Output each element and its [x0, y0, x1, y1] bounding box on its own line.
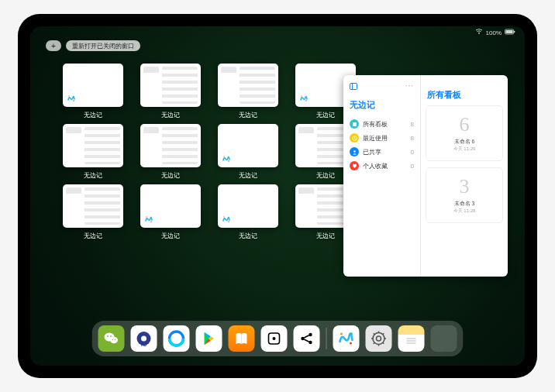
window-tile[interactable]: 无边记: [218, 184, 278, 240]
dock-app-library[interactable]: [431, 325, 457, 352]
battery-icon: [505, 29, 515, 36]
svg-point-12: [68, 156, 70, 157]
freeform-app-icon: [143, 153, 154, 164]
svg-point-15: [150, 160, 152, 162]
window-tile[interactable]: 无边记: [218, 64, 278, 119]
window-tile-label: 无边记: [316, 232, 335, 240]
boards-title: 所有看板: [427, 89, 503, 101]
sidebar-item-count: 0: [411, 149, 414, 156]
window-tile-label: 无边记: [161, 232, 180, 240]
svg-point-11: [305, 100, 307, 101]
device-screen: 100% + 重新打开已关闭的窗口 无边记无边记无边记无边记无边记无边记无边记无…: [30, 26, 525, 366]
window-tile-label: 无边记: [84, 232, 102, 240]
svg-point-32: [353, 150, 356, 153]
window-tile-label: 无边记: [84, 111, 102, 119]
sidebar-item-label: 已共享: [363, 148, 381, 156]
more-menu-icon[interactable]: ···: [405, 81, 414, 91]
sidebar-item-icon: [350, 147, 359, 156]
svg-point-4: [68, 95, 70, 97]
freeform-app-icon: [143, 214, 154, 225]
dock-app-settings[interactable]: [366, 325, 392, 352]
svg-point-20: [68, 216, 70, 218]
svg-point-50: [350, 342, 352, 344]
svg-point-0: [478, 33, 479, 34]
dock-app-books[interactable]: [229, 325, 255, 352]
svg-point-9: [228, 100, 229, 101]
svg-point-27: [305, 221, 307, 222]
dock-main-section: HD: [98, 325, 320, 352]
window-tile[interactable]: 无边记: [63, 124, 123, 180]
dock-app-share[interactable]: [294, 325, 320, 352]
board-card[interactable]: 6未命名 6今天 11:29: [426, 105, 503, 161]
svg-point-8: [223, 95, 225, 97]
reopen-toolbar: + 重新打开已关闭的窗口: [46, 40, 140, 51]
window-tile[interactable]: 无边记: [63, 64, 123, 119]
dock-app-freeform[interactable]: [333, 325, 360, 352]
svg-text:HD: HD: [141, 342, 147, 347]
window-thumbnail: [218, 184, 278, 228]
svg-rect-3: [514, 31, 515, 33]
reopen-closed-window-button[interactable]: 重新打开已关闭的窗口: [66, 40, 140, 51]
svg-line-60: [374, 342, 375, 344]
svg-point-13: [73, 160, 74, 162]
dock-app-qq-browser[interactable]: [164, 325, 190, 352]
sidebar-item[interactable]: 已共享0: [348, 145, 415, 159]
window-tile[interactable]: 无边记: [140, 124, 201, 180]
window-thumbnail: [140, 64, 201, 107]
svg-point-16: [223, 156, 225, 157]
sidebar-item-icon: [350, 161, 359, 170]
svg-point-6: [146, 95, 147, 97]
freeform-app-icon: [66, 214, 77, 225]
sidebar-item-label: 最近使用: [363, 134, 388, 143]
svg-point-25: [228, 221, 229, 222]
svg-point-17: [228, 160, 229, 162]
freeform-main-window[interactable]: ··· 无边记 所有看板8最近使用8已共享0个人收藏0 所有看板 6未命名 6今…: [343, 75, 508, 277]
window-tile[interactable]: 无边记: [63, 184, 123, 240]
sidebar-item[interactable]: 最近使用8: [348, 131, 415, 145]
sidebar-item[interactable]: 所有看板8: [348, 117, 415, 131]
freeform-app-icon: [221, 214, 232, 225]
svg-rect-28: [350, 84, 357, 90]
freeform-app-icon: [298, 93, 309, 104]
ipad-device: 100% + 重新打开已关闭的窗口 无边记无边记无边记无边记无边记无边记无边记无…: [18, 14, 537, 378]
window-tile[interactable]: 无边记: [218, 124, 278, 180]
freeform-app-icon: [298, 214, 309, 225]
dock-recent-section: [333, 325, 457, 352]
svg-point-38: [115, 339, 115, 340]
window-tile[interactable]: 无边记: [140, 64, 201, 119]
svg-point-35: [107, 335, 109, 337]
dock-app-notes[interactable]: [398, 325, 425, 352]
dock-app-hd-browser[interactable]: HD: [131, 325, 157, 352]
board-card[interactable]: 3未命名 3今天 11:28: [426, 167, 503, 223]
window-tile-label: 无边记: [239, 171, 257, 180]
svg-point-53: [377, 336, 381, 341]
battery-percent: 100%: [486, 29, 502, 36]
dock-app-wechat[interactable]: [98, 325, 125, 352]
svg-point-10: [301, 95, 302, 97]
svg-line-59: [383, 342, 384, 344]
new-window-button[interactable]: +: [46, 40, 61, 51]
board-name: 未命名 6: [454, 138, 475, 146]
sidebar-toggle-icon[interactable]: [350, 83, 357, 91]
svg-point-37: [112, 339, 113, 340]
svg-point-22: [146, 216, 147, 218]
window-thumbnail: [218, 64, 278, 107]
sidebar-item-label: 个人收藏: [363, 162, 388, 170]
svg-point-51: [350, 333, 353, 335]
svg-rect-30: [353, 122, 357, 126]
status-bar: 100%: [30, 26, 525, 39]
svg-point-49: [340, 332, 343, 335]
svg-point-34: [110, 337, 118, 343]
freeform-app-icon: [298, 153, 309, 164]
window-tile-label: 无边记: [316, 171, 335, 180]
svg-point-40: [141, 336, 147, 342]
freeform-sidebar: ··· 无边记 所有看板8最近使用8已共享0个人收藏0: [343, 75, 421, 277]
svg-line-61: [383, 333, 384, 335]
dock-app-playstore[interactable]: [196, 325, 222, 352]
sidebar-item[interactable]: 个人收藏0: [348, 159, 415, 173]
window-thumbnail: [63, 64, 123, 107]
freeform-app-icon: [66, 153, 77, 164]
window-tile[interactable]: 无边记: [140, 184, 201, 240]
dock-app-dice[interactable]: [261, 325, 288, 352]
window-tile-label: 无边记: [239, 111, 257, 119]
